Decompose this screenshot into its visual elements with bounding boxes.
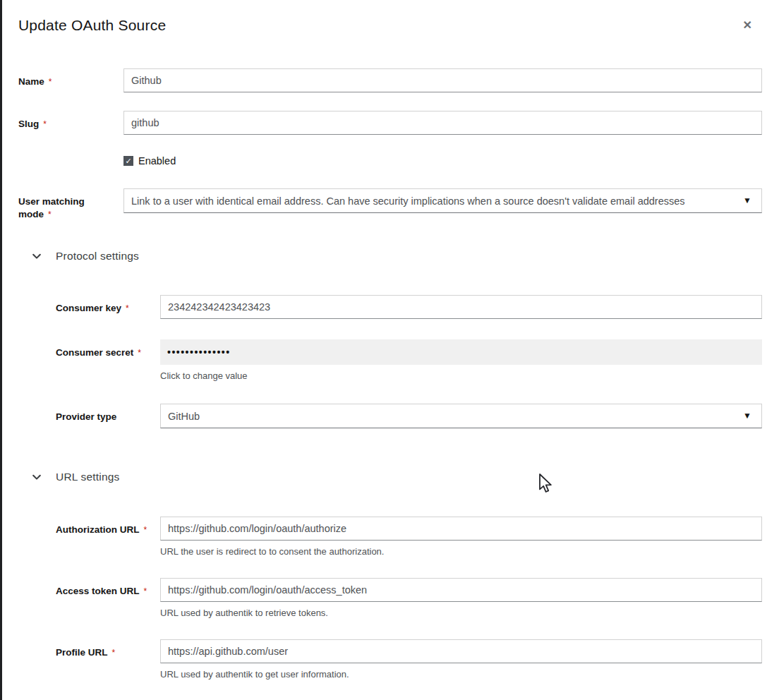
protocol-settings-title: Protocol settings	[56, 250, 139, 262]
url-settings-toggle[interactable]: URL settings	[18, 471, 762, 483]
required-asterisk: *	[112, 648, 116, 658]
provider-type-selected-value: GitHub	[168, 411, 200, 422]
access-token-url-label-col: Access token URL*	[56, 578, 160, 597]
name-label-col: Name*	[18, 68, 123, 88]
provider-type-select[interactable]: GitHub ▼	[160, 404, 762, 428]
chevron-down-icon	[32, 251, 42, 261]
profile-url-row: Profile URL* URL used by authentik to ge…	[56, 639, 762, 680]
enabled-checkbox[interactable]: ✓	[123, 156, 133, 166]
access-token-url-input[interactable]	[160, 578, 762, 602]
access-token-url-label: Access token URL	[56, 586, 140, 596]
dialog-title: Update OAuth Source	[18, 17, 166, 34]
user-matching-mode-select[interactable]: Link to a user with identical email addr…	[123, 188, 762, 213]
access-token-url-row: Access token URL* URL used by authentik …	[56, 578, 762, 618]
provider-type-label: Provider type	[56, 411, 116, 422]
profile-url-input[interactable]	[160, 639, 762, 663]
dialog-header: Update OAuth Source ✕	[18, 17, 762, 34]
profile-url-help: URL used by authentik to get user inform…	[160, 669, 762, 680]
required-asterisk: *	[126, 303, 129, 313]
consumer-secret-help: Click to change value	[160, 370, 762, 381]
profile-url-label-col: Profile URL*	[56, 639, 160, 658]
required-asterisk: *	[144, 586, 147, 596]
authorization-url-row: Authorization URL* URL the user is redir…	[56, 517, 762, 557]
required-asterisk: *	[143, 525, 147, 535]
provider-type-label-col: Provider type	[56, 404, 160, 423]
slug-field-row: Slug*	[18, 111, 762, 135]
user-matching-mode-row: User matching mode* Link to a user with …	[18, 188, 762, 220]
authorization-url-label: Authorization URL	[56, 524, 139, 535]
provider-type-row: Provider type GitHub ▼	[56, 404, 762, 428]
name-input[interactable]	[123, 68, 762, 92]
chevron-down-icon	[32, 472, 42, 482]
required-asterisk: *	[48, 210, 52, 219]
consumer-key-row: Consumer key*	[56, 295, 762, 319]
profile-url-label: Profile URL	[56, 647, 108, 658]
slug-input[interactable]	[123, 111, 762, 135]
consumer-key-label-col: Consumer key*	[56, 295, 160, 314]
user-matching-mode-label-col: User matching mode*	[18, 188, 123, 220]
user-matching-mode-selected-value: Link to a user with identical email addr…	[131, 195, 685, 207]
required-asterisk: *	[49, 77, 52, 87]
enabled-field-row: ✓ Enabled	[123, 155, 762, 167]
authorization-url-input[interactable]	[160, 517, 762, 541]
name-label: Name	[18, 76, 44, 87]
consumer-secret-row: Consumer secret* •••••••••••••• Click to…	[56, 339, 762, 381]
required-asterisk: *	[43, 119, 47, 129]
caret-down-icon: ▼	[743, 195, 751, 205]
authorization-url-help: URL the user is redirect to to consent t…	[160, 546, 762, 557]
protocol-settings-toggle[interactable]: Protocol settings	[18, 250, 762, 262]
consumer-secret-label: Consumer secret	[56, 347, 133, 358]
consumer-key-label: Consumer key	[56, 303, 121, 313]
authorization-url-label-col: Authorization URL*	[56, 517, 160, 536]
name-field-row: Name*	[18, 68, 762, 92]
enabled-label: Enabled	[138, 155, 176, 167]
caret-down-icon: ▼	[743, 411, 751, 421]
slug-label-col: Slug*	[18, 111, 123, 130]
consumer-secret-masked-input[interactable]: ••••••••••••••	[160, 339, 762, 365]
url-settings-title: URL settings	[56, 471, 120, 483]
consumer-secret-label-col: Consumer secret*	[56, 339, 160, 358]
close-icon[interactable]: ✕	[740, 17, 762, 34]
required-asterisk: *	[138, 348, 141, 358]
update-oauth-source-dialog: Update OAuth Source ✕ Name* Slug* ✓ Enab…	[0, 0, 779, 700]
consumer-key-input[interactable]	[160, 295, 762, 319]
slug-label: Slug	[18, 119, 39, 129]
access-token-url-help: URL used by authentik to retrieve tokens…	[160, 608, 762, 618]
